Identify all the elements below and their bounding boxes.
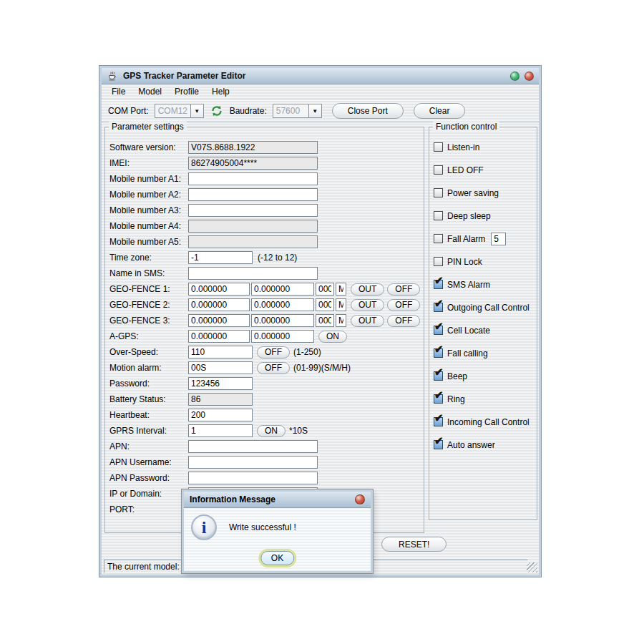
checkbox-ring[interactable]: ✔ bbox=[434, 394, 443, 404]
checkbox-cell-locate[interactable]: ✔ bbox=[434, 326, 443, 335]
checkbox-item-cell-locate[interactable]: ✔Cell Locate bbox=[434, 325, 537, 336]
checkbox-item-auto-answer[interactable]: ✔Auto answer bbox=[434, 439, 537, 450]
ok-button[interactable]: OK bbox=[260, 551, 294, 565]
gprs-interval-label: GPRS Interval: bbox=[109, 426, 188, 436]
geo-fence-1-input-4[interactable] bbox=[336, 283, 346, 296]
clear-button[interactable]: Clear bbox=[414, 103, 466, 119]
checkbox-power-saving[interactable] bbox=[434, 188, 443, 197]
geo-fence-3-input-1[interactable] bbox=[188, 314, 250, 327]
checkbox-fall-calling[interactable]: ✔ bbox=[434, 348, 443, 358]
titlebar[interactable]: GPS Tracker Parameter Editor bbox=[102, 68, 539, 84]
checkbox-item-sms-alarm[interactable]: ✔SMS Alarm bbox=[434, 279, 537, 290]
geo-fence-2-input-2[interactable] bbox=[251, 298, 314, 311]
baudrate-select[interactable]: 57600 ▼ bbox=[273, 104, 322, 118]
geo-fence-3-input-4[interactable] bbox=[336, 314, 346, 327]
checkbox-item-deep-sleep[interactable]: Deep sleep bbox=[434, 210, 537, 221]
menu-help[interactable]: Help bbox=[205, 85, 236, 98]
geo-fence-2-input-4[interactable] bbox=[336, 298, 346, 311]
geo-fence-1-input-1[interactable] bbox=[188, 283, 250, 296]
mobile-number-a3-label: Mobile number A3: bbox=[109, 205, 188, 215]
menu-profile[interactable]: Profile bbox=[168, 85, 205, 98]
geo-fence-3-input-2[interactable] bbox=[251, 314, 314, 327]
time-zone-input[interactable] bbox=[188, 251, 253, 264]
dialog-titlebar[interactable]: Information Message bbox=[184, 492, 371, 508]
chevron-down-icon[interactable]: ▼ bbox=[308, 104, 321, 117]
apn-password-input[interactable] bbox=[188, 472, 318, 484]
param-row-heartbeat: Heartbeat: bbox=[105, 407, 424, 423]
checkbox-led-off[interactable] bbox=[434, 165, 443, 175]
motion-alarm-input[interactable] bbox=[188, 361, 253, 374]
resize-grip[interactable] bbox=[527, 562, 537, 572]
geo-fence-2-input-3[interactable] bbox=[316, 298, 334, 311]
mobile-number-a1-label: Mobile number A1: bbox=[109, 174, 188, 184]
checkbox-outgoing-call-control[interactable]: ✔ bbox=[434, 303, 443, 312]
checkbox-item-led-off[interactable]: LED OFF bbox=[434, 165, 537, 175]
geo-fence-2-off-button[interactable]: OFF bbox=[387, 299, 420, 311]
info-icon: i bbox=[191, 514, 217, 540]
checkbox-item-outgoing-call-control[interactable]: ✔Outgoing Call Control bbox=[434, 302, 537, 313]
geo-fence-2-input-1[interactable] bbox=[188, 298, 250, 311]
reset-button[interactable]: RESET! bbox=[381, 537, 447, 552]
a-gps-on-button[interactable]: ON bbox=[318, 331, 347, 343]
checkbox-deep-sleep[interactable] bbox=[434, 211, 443, 220]
close-port-button[interactable]: Close Port bbox=[332, 103, 404, 119]
checkbox-pin-lock[interactable] bbox=[434, 257, 443, 266]
over-speed-off-button[interactable]: OFF bbox=[257, 346, 290, 358]
geo-fence-1-out-button[interactable]: OUT bbox=[351, 283, 384, 296]
checkbox-sms-alarm[interactable]: ✔ bbox=[434, 280, 443, 289]
checkbox-item-power-saving[interactable]: Power saving bbox=[434, 187, 537, 198]
param-row-gprs-interval: GPRS Interval:ON*10S bbox=[105, 423, 424, 439]
check-icon: ✔ bbox=[434, 411, 444, 424]
dialog-close-button[interactable] bbox=[355, 494, 365, 504]
param-rows: Software version:IMEI:Mobile number A1:M… bbox=[105, 140, 424, 517]
geo-fence-1-input-3[interactable] bbox=[316, 283, 334, 296]
checkbox-fall-alarm[interactable] bbox=[434, 234, 443, 243]
password-input[interactable] bbox=[188, 377, 253, 390]
close-button[interactable] bbox=[525, 72, 534, 81]
checkbox-item-listen-in[interactable]: Listen-in bbox=[434, 142, 537, 152]
beep-label: Beep bbox=[447, 371, 467, 381]
gprs-interval-on-button[interactable]: ON bbox=[257, 425, 286, 437]
mobile-number-a2-input[interactable] bbox=[188, 188, 318, 201]
apn-input[interactable] bbox=[188, 440, 318, 453]
geo-fence-3-input-3[interactable] bbox=[316, 314, 334, 327]
geo-fence-1-input-2[interactable] bbox=[251, 283, 314, 296]
com-port-select[interactable]: COM12 ▼ bbox=[155, 104, 204, 118]
heartbeat-input[interactable] bbox=[188, 409, 253, 421]
geo-fence-1-off-button[interactable]: OFF bbox=[387, 283, 420, 296]
checkbox-item-pin-lock[interactable]: PIN Lock bbox=[434, 256, 537, 267]
minimize-button[interactable] bbox=[510, 72, 519, 81]
checkbox-beep[interactable]: ✔ bbox=[434, 371, 443, 381]
battery-status-label: Battery Status: bbox=[109, 394, 188, 404]
checkbox-item-ring[interactable]: ✔Ring bbox=[434, 394, 537, 404]
checkbox-incoming-call-control[interactable]: ✔ bbox=[434, 417, 443, 426]
apn-username-input[interactable] bbox=[188, 456, 318, 469]
gprs-interval-input[interactable] bbox=[188, 424, 253, 437]
mobile-number-a1-input[interactable] bbox=[188, 172, 318, 185]
geo-fence-2-out-button[interactable]: OUT bbox=[351, 299, 384, 311]
a-gps-input-1[interactable] bbox=[188, 330, 250, 343]
menu-file[interactable]: File bbox=[105, 85, 132, 98]
checkbox-item-incoming-call-control[interactable]: ✔Incoming Call Control bbox=[434, 416, 537, 427]
checkbox-item-fall-alarm[interactable]: Fall Alarm bbox=[434, 233, 537, 244]
imei-label: IMEI: bbox=[109, 158, 188, 168]
geo-fence-3-off-button[interactable]: OFF bbox=[387, 315, 420, 327]
a-gps-input-2[interactable] bbox=[251, 330, 314, 343]
over-speed-input[interactable] bbox=[188, 346, 253, 358]
motion-alarm-off-button[interactable]: OFF bbox=[257, 362, 290, 374]
window-title: GPS Tracker Parameter Editor bbox=[123, 71, 245, 81]
checkbox-auto-answer[interactable]: ✔ bbox=[434, 440, 443, 449]
param-row-mobile-number-a2: Mobile number A2: bbox=[105, 187, 424, 203]
checkbox-item-beep[interactable]: ✔Beep bbox=[434, 371, 537, 381]
chevron-down-icon[interactable]: ▼ bbox=[190, 104, 203, 117]
param-row-apn-username: APN Username: bbox=[105, 454, 424, 470]
geo-fence-3-out-button[interactable]: OUT bbox=[351, 315, 384, 327]
fall-alarm-input[interactable] bbox=[491, 233, 506, 245]
name-in-sms-input[interactable] bbox=[188, 267, 318, 280]
listen-in-label: Listen-in bbox=[447, 142, 479, 152]
mobile-number-a3-input[interactable] bbox=[188, 204, 318, 217]
refresh-ports-icon[interactable] bbox=[210, 104, 223, 117]
checkbox-listen-in[interactable] bbox=[434, 142, 443, 152]
checkbox-item-fall-calling[interactable]: ✔Fall calling bbox=[434, 348, 537, 358]
menu-model[interactable]: Model bbox=[132, 85, 168, 98]
